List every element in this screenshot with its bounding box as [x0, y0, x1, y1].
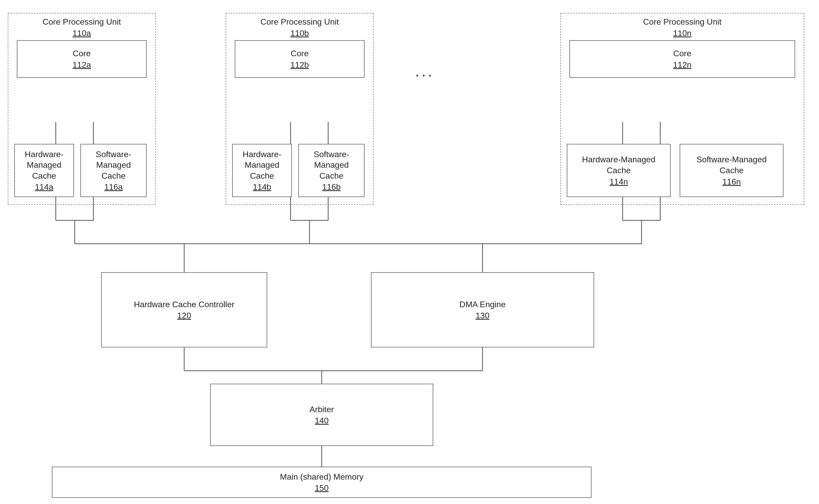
cpu-n-title: Core Processing Unit: [561, 17, 804, 27]
cpu-b-hw-cache: Hardware-Managed Cache 114b: [232, 144, 292, 197]
cpu-b-title: Core Processing Unit: [226, 17, 373, 27]
memory-title: Main (shared) Memory: [280, 472, 363, 482]
cpu-b-sw-cache-id: 116b: [322, 182, 340, 192]
cpu-b-sw-cache-title: Software-Managed Cache: [299, 149, 364, 181]
cpu-n-sw-cache-id: 116n: [722, 177, 741, 187]
dma-box: DMA Engine 130: [371, 272, 594, 347]
cpu-b-sw-cache: Software-Managed Cache 116b: [298, 144, 364, 197]
cpu-b-hw-cache-id: 114b: [253, 182, 271, 192]
arbiter-id: 140: [315, 416, 328, 425]
ellipsis: ...: [415, 62, 434, 80]
dma-title: DMA Engine: [460, 299, 506, 310]
memory-box: Main (shared) Memory 150: [52, 467, 592, 498]
cpu-n-sw-cache-title: Software-Managed Cache: [697, 154, 767, 176]
cpu-b-core-title: Core: [290, 48, 308, 59]
arbiter-box: Arbiter 140: [210, 384, 433, 446]
dma-id: 130: [476, 311, 489, 320]
hcc-title: Hardware Cache Controller: [134, 299, 234, 310]
cpu-a-hw-cache-title: Hardware-Managed Cache: [15, 149, 73, 181]
cpu-a-hw-cache-id: 114a: [35, 182, 53, 192]
cpu-a-core-title: Core: [73, 48, 91, 59]
cpu-a-core: Core 112a: [17, 40, 147, 78]
cpu-n-hw-cache-title: Hardware-Managed Cache: [582, 154, 656, 176]
cpu-b-core: Core 112b: [235, 40, 364, 78]
cpu-n-core-id: 112n: [673, 60, 691, 70]
memory-id: 150: [315, 483, 328, 493]
cpu-n-id: 110n: [561, 29, 804, 38]
cpu-n-hw-cache-id: 114n: [609, 177, 628, 187]
cpu-n-core: Core 112n: [570, 40, 795, 78]
hcc-box: Hardware Cache Controller 120: [101, 272, 267, 347]
cpu-a-sw-cache: Software-Managed Cache 116a: [80, 144, 147, 197]
hcc-id: 120: [177, 311, 191, 320]
cpu-a-id: 110a: [8, 29, 155, 38]
arbiter-title: Arbiter: [309, 404, 334, 415]
cpu-b-core-id: 112b: [290, 60, 309, 70]
cpu-a-hw-cache: Hardware-Managed Cache 114a: [14, 144, 74, 197]
cpu-b-id: 110b: [226, 29, 373, 38]
cpu-a-sw-cache-title: Software-Managed Cache: [81, 149, 146, 181]
cpu-a-core-id: 112a: [72, 60, 91, 70]
cpu-a-sw-cache-id: 116a: [104, 182, 123, 192]
cpu-b-hw-cache-title: Hardware-Managed Cache: [233, 149, 291, 181]
cpu-n-hw-cache: Hardware-Managed Cache 114n: [567, 144, 671, 197]
cpu-a-title: Core Processing Unit: [8, 17, 155, 27]
cpu-n-core-title: Core: [673, 48, 691, 59]
cpu-n-sw-cache: Software-Managed Cache 116n: [680, 144, 783, 197]
